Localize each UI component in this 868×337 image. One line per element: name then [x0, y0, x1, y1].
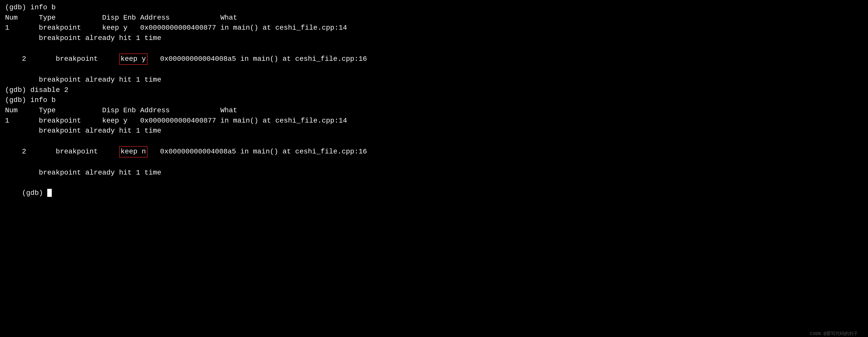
line-disable-2: (gdb) disable 2 — [5, 85, 863, 95]
line-gdb-info-b-1: (gdb) info b — [5, 2, 863, 13]
line-bp1-2: 1 breakpoint keep y 0x0000000000400877 i… — [5, 116, 863, 126]
line-bp2-hit-1: breakpoint already hit 1 time — [5, 75, 863, 85]
line-gdb-info-b-2: (gdb) info b — [5, 95, 863, 105]
line-bp2-hit-2: breakpoint already hit 1 time — [5, 168, 863, 178]
line-bp1-1: 1 breakpoint keep y 0x0000000000400877 i… — [5, 23, 863, 33]
line-header-1: Num Type Disp Enb Address What — [5, 13, 863, 23]
cursor-block — [47, 189, 52, 197]
highlight-keep-y-1: keep y — [119, 54, 148, 65]
prompt-text: (gdb) — [22, 189, 47, 197]
line-bp2-1: 2 breakpoint keep y 0x00000000004008a5 i… — [5, 43, 863, 75]
highlight-keep-n-2: keep n — [119, 146, 148, 158]
terminal: (gdb) info b Num Type Disp Enb Address W… — [5, 2, 863, 337]
line-bp2-before-2: 2 breakpoint — [22, 148, 119, 156]
line-bp2-2: 2 breakpoint keep n 0x00000000004008a5 i… — [5, 136, 863, 168]
line-prompt-cursor: (gdb) — [5, 178, 863, 208]
line-bp2-before-1: 2 breakpoint — [22, 55, 119, 63]
line-bp2-after-1: 0x00000000004008a5 in main() at ceshi_fi… — [148, 55, 367, 63]
line-bp1-hit-2: breakpoint already hit 1 time — [5, 126, 863, 136]
watermark: CSDN @爱写代码的刘子 — [810, 331, 858, 337]
line-bp1-hit-1: breakpoint already hit 1 time — [5, 33, 863, 43]
line-bp2-after-2: 0x00000000004008a5 in main() at ceshi_fi… — [148, 148, 367, 156]
line-header-2: Num Type Disp Enb Address What — [5, 105, 863, 116]
